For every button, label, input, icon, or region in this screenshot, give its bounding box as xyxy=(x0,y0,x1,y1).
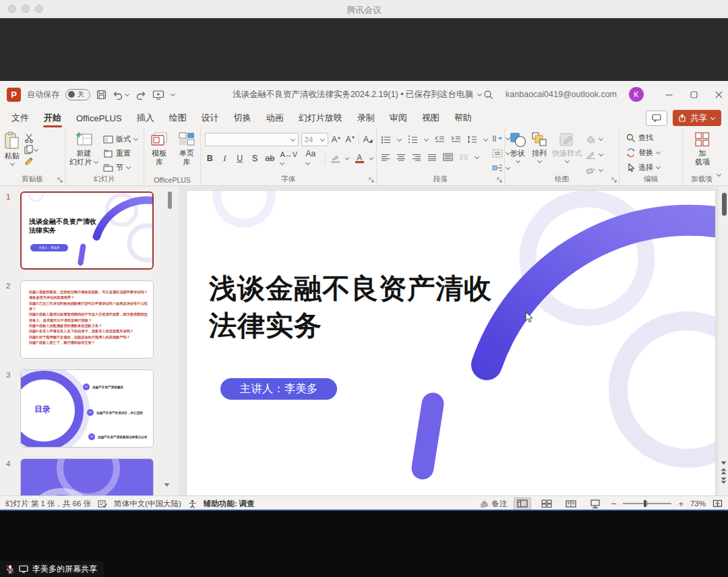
section-button[interactable]: 节 xyxy=(103,161,138,174)
align-right-button[interactable] xyxy=(412,154,421,161)
decrease-indent-button[interactable] xyxy=(435,135,445,144)
bold-button[interactable]: B xyxy=(205,154,214,163)
new-slide-button[interactable]: 新建幻灯片 xyxy=(69,131,98,174)
minimize-icon[interactable] xyxy=(665,91,673,98)
thumbnail-scrollbar-thumb[interactable] xyxy=(168,191,172,209)
tab-design[interactable]: 设计 xyxy=(194,108,226,128)
save-icon[interactable] xyxy=(96,90,107,100)
slide-thumbnail-3[interactable]: 目录 01金融不良资产清收概述 02金融不良资产快速诉讼，执行流程 03金融不良… xyxy=(20,369,154,448)
layout-button[interactable]: 版式 xyxy=(103,133,138,146)
thumbnail-scroll-down-icon[interactable] xyxy=(164,483,170,487)
screen-share-indicator[interactable]: 李美多的屏幕共享 xyxy=(0,561,104,577)
clipboard-dialog-launcher-icon[interactable] xyxy=(57,177,63,183)
language-indicator[interactable]: 简体中文(中国大陆) xyxy=(114,499,181,509)
slide-thumbnail-1[interactable]: 浅谈金融不良资产清收法律实务 主讲人：李美多 xyxy=(20,191,154,270)
zoom-level[interactable]: 73% xyxy=(690,499,706,508)
slideshow-view-button[interactable] xyxy=(586,497,604,510)
quick-styles-button[interactable]: 快速样式 xyxy=(552,131,582,177)
increase-indent-button[interactable] xyxy=(451,135,461,144)
template-library-button[interactable]: 模板库 xyxy=(148,131,171,166)
tab-animations[interactable]: 动画 xyxy=(259,108,291,128)
decrease-font-size-button[interactable]: A▼ xyxy=(344,135,356,144)
comments-button[interactable] xyxy=(646,111,667,126)
fit-to-window-icon[interactable] xyxy=(712,499,723,508)
search-icon[interactable] xyxy=(483,90,493,100)
find-button[interactable]: 查找 xyxy=(626,131,679,144)
editor-scrollbar-thumb[interactable] xyxy=(722,193,727,216)
paste-button[interactable]: 粘贴 xyxy=(4,131,20,166)
slide-sorter-view-button[interactable] xyxy=(538,497,555,510)
spellcheck-icon[interactable] xyxy=(98,499,107,508)
notes-toggle[interactable]: 备注 xyxy=(480,499,507,509)
undo-button[interactable] xyxy=(113,90,129,100)
normal-view-button[interactable] xyxy=(514,497,531,510)
single-page-library-button[interactable]: 单页库 xyxy=(176,131,198,166)
zoom-slider[interactable] xyxy=(623,503,671,504)
drawing-dialog-launcher-icon[interactable] xyxy=(611,177,617,183)
slide-thumbnail-2[interactable]: 问题1:贷款到期后，没有经过银行催收的贷款，可以直接向法院申请诉讼吗？催收是否为… xyxy=(20,280,154,359)
accessibility-icon[interactable] xyxy=(188,499,197,508)
editor-scrollbar[interactable] xyxy=(718,186,728,495)
account-email[interactable]: kanbaocai0419@outlook.com xyxy=(506,90,617,99)
close-icon[interactable] xyxy=(715,91,723,98)
italic-button[interactable]: I xyxy=(220,154,229,164)
tab-help[interactable]: 帮助 xyxy=(447,108,479,128)
arrange-button[interactable]: 排列 xyxy=(530,131,548,177)
justify-button[interactable] xyxy=(427,154,437,161)
reading-view-button[interactable] xyxy=(562,497,580,510)
addins-button[interactable]: 加载项 xyxy=(687,131,718,166)
slide-title[interactable]: 浅谈金融不良资产清收法律实务 xyxy=(209,270,492,344)
align-left-button[interactable] xyxy=(381,154,390,161)
redo-icon[interactable] xyxy=(135,90,146,100)
select-button[interactable]: 选择 xyxy=(626,161,679,174)
title-dropdown-icon[interactable] xyxy=(477,91,482,96)
previous-slide-icon[interactable] xyxy=(721,468,727,475)
powerpoint-logo-icon[interactable]: P xyxy=(7,88,21,102)
bullets-button[interactable] xyxy=(381,135,391,144)
change-case-button[interactable]: Aa xyxy=(305,149,320,168)
reset-button[interactable]: 重置 xyxy=(103,147,138,160)
replace-button[interactable]: 替换 xyxy=(626,146,679,159)
shapes-button[interactable]: 形状 xyxy=(509,131,526,177)
autosave-toggle[interactable]: 关 xyxy=(65,89,90,100)
numbering-button[interactable] xyxy=(408,135,418,144)
scroll-down-icon[interactable] xyxy=(721,461,727,465)
character-spacing-button[interactable]: A↔V xyxy=(280,150,300,166)
font-dialog-launcher-icon[interactable] xyxy=(369,177,374,183)
start-slideshow-icon[interactable] xyxy=(152,90,164,100)
align-center-button[interactable] xyxy=(396,154,406,161)
share-button[interactable]: 共享 xyxy=(673,110,721,126)
text-shadow-button[interactable]: S xyxy=(250,154,260,163)
increase-font-size-button[interactable]: A▲ xyxy=(331,135,342,144)
clear-formatting-button[interactable]: A◢ xyxy=(362,135,373,144)
presenter-badge[interactable]: 主讲人：李美多 xyxy=(220,378,337,400)
tab-file[interactable]: 文件 xyxy=(4,108,36,128)
font-size-combo[interactable]: 24 xyxy=(301,133,328,146)
next-slide-icon[interactable] xyxy=(721,477,727,484)
tab-transitions[interactable]: 切换 xyxy=(226,108,259,128)
add-remove-columns-button[interactable] xyxy=(459,154,468,161)
font-color-button[interactable]: A xyxy=(355,154,364,163)
shape-outline-button[interactable] xyxy=(586,148,603,161)
highlight-color-button[interactable] xyxy=(331,154,340,163)
copy-button[interactable] xyxy=(24,145,38,154)
quick-access-more-icon[interactable] xyxy=(171,91,175,96)
slide-canvas[interactable]: 浅谈金融不良资产清收法律实务 主讲人：李美多 xyxy=(187,191,715,495)
underline-button[interactable]: U xyxy=(235,154,245,163)
zoom-in-button[interactable]: + xyxy=(678,499,684,509)
tab-review[interactable]: 审阅 xyxy=(382,108,415,128)
accessibility-status[interactable]: 辅助功能: 调查 xyxy=(204,499,255,509)
maximize-icon[interactable] xyxy=(690,91,698,98)
paragraph-dialog-launcher-icon[interactable] xyxy=(497,177,502,183)
tab-draw[interactable]: 绘图 xyxy=(162,108,194,128)
font-name-combo[interactable] xyxy=(205,133,299,146)
tab-home[interactable]: 开始 xyxy=(36,108,69,128)
line-spacing-button[interactable] xyxy=(467,135,477,144)
strikethrough-button[interactable]: ab xyxy=(265,154,274,163)
account-avatar[interactable]: K xyxy=(629,87,644,102)
undo-dropdown-icon[interactable] xyxy=(125,91,129,96)
slide-thumbnail-4[interactable] xyxy=(20,458,154,495)
tab-view[interactable]: 视图 xyxy=(415,108,447,128)
tab-slideshow[interactable]: 幻灯片放映 xyxy=(291,108,350,128)
zoom-out-button[interactable]: − xyxy=(611,498,616,509)
